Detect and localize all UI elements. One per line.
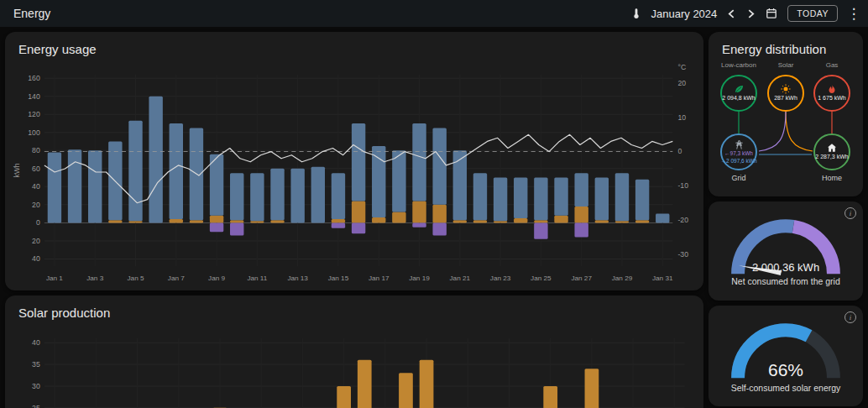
chevron-left-icon[interactable] <box>727 9 736 18</box>
thermometer-icon[interactable] <box>631 8 641 19</box>
home-icon <box>827 143 837 153</box>
net-consumed-value: 2 000,36 kWh <box>752 261 819 274</box>
svg-text:Jan 9: Jan 9 <box>208 275 225 282</box>
info-icon[interactable] <box>844 207 856 219</box>
solar-production-card: Solar production 0510152025303540Jan 1Ja… <box>5 296 703 408</box>
svg-text:140: 140 <box>28 92 40 101</box>
svg-text:Jan 3: Jan 3 <box>86 275 103 282</box>
energy-usage-title: Energy usage <box>5 32 703 60</box>
energy-usage-card: Energy usage 4020020406080100120140160Ja… <box>5 32 703 290</box>
svg-text:Jan 5: Jan 5 <box>128 275 144 282</box>
solar-label: Solar <box>761 61 811 69</box>
energy-distribution-diagram: Low-carbon Solar Gas 2 094,8 kWh <box>709 61 863 189</box>
svg-text:Jan 25: Jan 25 <box>531 275 552 282</box>
svg-text:0: 0 <box>36 218 40 227</box>
page-title: Energy <box>13 7 50 20</box>
self-consumed-label: Self-consumed solar energy <box>731 383 841 393</box>
svg-text:Jan 31: Jan 31 <box>652 275 673 282</box>
energy-distribution-card: Energy distribution Low-carbon Solar Gas <box>709 32 863 196</box>
home-node: 2 287,3 kWh <box>813 133 850 170</box>
svg-text:40: 40 <box>32 338 40 347</box>
solar-value: 287 kWh <box>774 95 797 102</box>
flame-icon <box>827 84 837 94</box>
svg-text:-30: -30 <box>677 250 688 259</box>
low-carbon-label: Low-carbon <box>714 61 764 69</box>
grid-return-value: ←97,3 kWh <box>724 150 753 156</box>
svg-text:80: 80 <box>32 146 40 154</box>
solar-production-chart[interactable]: 0510152025303540Jan 1Jan 3Jan 5Jan 7Jan … <box>12 325 698 408</box>
svg-text:30: 30 <box>32 382 40 390</box>
dashboard-content: Energy usage 4020020406080100120140160Ja… <box>0 27 868 408</box>
low-carbon-value: 2 094,8 kWh <box>722 95 755 102</box>
overflow-menu-icon[interactable]: ⋮ <box>848 7 860 21</box>
svg-text:Jan 19: Jan 19 <box>409 275 430 282</box>
solar-node: 287 kWh <box>767 75 804 112</box>
svg-text:0: 0 <box>677 147 682 155</box>
calendar-icon[interactable] <box>766 8 777 19</box>
home-value: 2 287,3 kWh <box>815 154 848 160</box>
sun-icon <box>781 84 791 94</box>
svg-text:Jan 23: Jan 23 <box>490 275 511 282</box>
svg-text:160: 160 <box>28 74 40 82</box>
svg-text:Jan 7: Jan 7 <box>168 275 185 282</box>
svg-text:10: 10 <box>677 113 686 122</box>
chevron-right-icon[interactable] <box>746 9 756 18</box>
transmission-tower-icon <box>735 140 744 149</box>
header-controls: January 2024 TODAY ⋮ <box>631 5 860 22</box>
svg-text:kWh: kWh <box>13 163 21 177</box>
svg-text:Jan 17: Jan 17 <box>369 275 390 282</box>
svg-text:Jan 11: Jan 11 <box>247 275 267 282</box>
svg-text:-10: -10 <box>677 181 688 190</box>
gas-label: Gas <box>807 61 857 69</box>
info-icon[interactable] <box>844 311 856 323</box>
gas-node: 1 675 kWh <box>813 75 850 112</box>
today-button[interactable]: TODAY <box>787 5 838 22</box>
grid-consumed-value: →2 097,6 kWh <box>721 158 757 164</box>
svg-text:20: 20 <box>677 79 686 87</box>
net-consumed-gauge-card: 2 000,36 kWh Net consumed from the grid <box>709 201 863 301</box>
svg-text:Jan 15: Jan 15 <box>328 275 349 282</box>
svg-text:Jan 21: Jan 21 <box>450 275 471 282</box>
svg-text:Jan 29: Jan 29 <box>612 275 633 282</box>
svg-text:20: 20 <box>32 237 40 245</box>
svg-text:°C: °C <box>677 63 686 71</box>
svg-text:Jan 27: Jan 27 <box>571 275 592 282</box>
svg-text:Jan 1: Jan 1 <box>46 275 63 282</box>
solar-production-title: Solar production <box>5 296 703 323</box>
app-header: Energy January 2024 TODAY ⋮ <box>0 0 868 27</box>
svg-text:Jan 13: Jan 13 <box>287 275 308 282</box>
self-consumed-value: 66% <box>768 360 803 380</box>
svg-text:25: 25 <box>32 404 40 408</box>
svg-text:20: 20 <box>32 201 40 209</box>
leaf-icon <box>734 84 744 94</box>
right-column: Energy distribution Low-carbon Solar Gas <box>709 32 863 408</box>
self-consumed-gauge-card: 66% Self-consumed solar energy <box>709 306 863 406</box>
energy-distribution-title: Energy distribution <box>709 32 863 60</box>
svg-text:100: 100 <box>28 128 40 137</box>
low-carbon-node: 2 094,8 kWh <box>720 75 757 112</box>
gas-value: 1 675 kWh <box>818 95 845 102</box>
date-range-label[interactable]: January 2024 <box>651 8 718 20</box>
svg-text:35: 35 <box>32 360 40 369</box>
svg-text:40: 40 <box>32 254 40 263</box>
grid-label: Grid <box>714 174 764 182</box>
svg-text:120: 120 <box>28 110 40 118</box>
energy-usage-chart[interactable]: 4020020406080100120140160Jan 1Jan 3Jan 5… <box>12 61 698 286</box>
home-label: Home <box>807 174 857 182</box>
svg-text:-20: -20 <box>677 216 688 224</box>
left-column: Energy usage 4020020406080100120140160Ja… <box>5 32 703 408</box>
svg-text:60: 60 <box>32 165 40 173</box>
net-consumed-label: Net consumed from the grid <box>731 276 840 286</box>
svg-text:40: 40 <box>32 182 40 191</box>
grid-node: ←97,3 kWh →2 097,6 kWh <box>720 133 757 170</box>
